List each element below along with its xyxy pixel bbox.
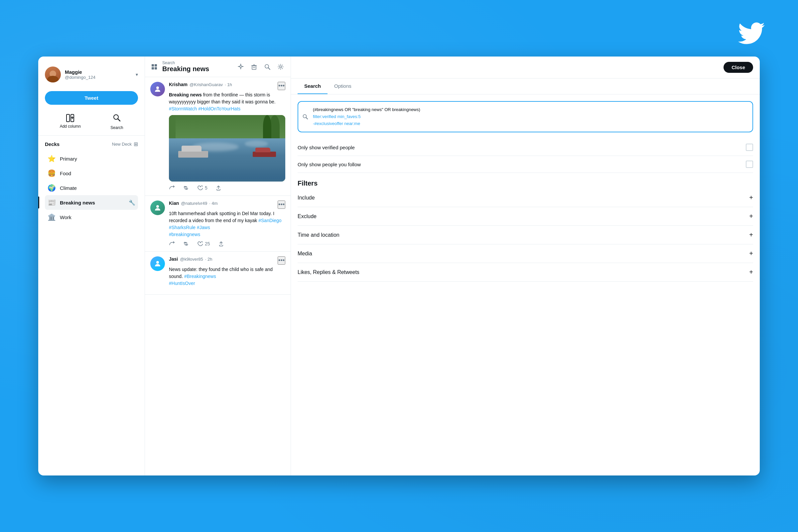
like-button[interactable]: 25 — [197, 241, 210, 247]
tweet-content: Jasi @k9lover85 · 2h ••• News update: th… — [169, 256, 285, 290]
retweet-button[interactable] — [183, 241, 189, 247]
sparkle-button[interactable] — [236, 62, 245, 72]
decks-title: Decks — [45, 141, 59, 147]
tweet-actions: 25 — [169, 241, 285, 247]
tweet-header: Krisham @KrishanGuarav · 1h ••• — [169, 82, 285, 90]
column-title-group: Search Breaking news — [162, 60, 209, 73]
hashtag-jaws[interactable]: #Jaws — [197, 225, 210, 230]
decks-section: Decks New Deck ⊞ ⭐ Primary 🍔 Food — [38, 136, 145, 469]
user-handle: @domingo_124 — [65, 75, 132, 80]
hashtag-breakingnews2[interactable]: #breakingnews — [169, 232, 200, 237]
filters-title: Filters — [298, 179, 753, 187]
tweet-handle: @KrishanGuarav — [190, 82, 223, 87]
column-header: Search Breaking news — [145, 57, 291, 77]
filter-time-location-plus: + — [749, 231, 753, 239]
user-profile[interactable]: Maggie @domingo_124 ▾ — [38, 63, 145, 86]
search-box-wrapper: (#breakingnews OR "breaking news" OR bre… — [298, 101, 753, 132]
toggle-follow-label: Only show people you follow — [298, 162, 361, 167]
tab-options[interactable]: Options — [327, 78, 358, 94]
svg-line-5 — [118, 119, 120, 121]
deck-work-wrapper: 🏛️ Work — [45, 210, 138, 225]
search-query-blue1: filter:verified min_faves:5 — [313, 114, 361, 119]
tweet-time: · 2h — [205, 257, 212, 262]
tweet-text: Breaking news from the frontline — this … — [169, 92, 285, 112]
tweet-text: 10ft hammerhead shark spotting in Del Ma… — [169, 210, 285, 238]
filter-likes-replies-plus: + — [749, 268, 753, 276]
active-indicator — [38, 196, 39, 208]
sidebar-item-food[interactable]: 🍔 Food — [45, 166, 138, 180]
deck-climate-label: Climate — [60, 185, 77, 191]
hashtag-breakingnews3[interactable]: #Breakingnews — [184, 274, 216, 279]
share-button[interactable] — [218, 241, 224, 247]
svg-rect-6 — [252, 66, 256, 70]
toggle-follow-checkbox[interactable] — [746, 160, 753, 168]
twitter-logo — [738, 20, 765, 46]
settings-button[interactable] — [276, 62, 285, 72]
deck-primary-wrapper: ⭐ Primary — [45, 151, 138, 166]
breaking-news-icon: 📰 — [48, 198, 56, 207]
deck-grid-icon: ⊞ — [134, 141, 138, 147]
search-action[interactable]: Search — [110, 113, 123, 130]
tab-search[interactable]: Search — [298, 78, 327, 94]
search-query-input[interactable]: (#breakingnews OR "breaking news" OR bre… — [298, 101, 753, 132]
share-button[interactable] — [215, 185, 222, 191]
sidebar-item-climate[interactable]: 🌍 Climate — [45, 180, 138, 195]
filter-time-location-label: Time and location — [298, 232, 340, 238]
add-column-action[interactable]: Add column — [60, 113, 81, 130]
share-icon — [218, 241, 224, 247]
sidebar-item-primary[interactable]: ⭐ Primary — [45, 151, 138, 166]
retweet-button[interactable] — [183, 185, 189, 191]
filter-time-location-row[interactable]: Time and location + — [298, 226, 753, 244]
like-count: 25 — [205, 241, 210, 246]
reply-button[interactable] — [169, 185, 175, 191]
sidebar-item-breaking-news[interactable]: 📰 Breaking news 🔧 — [45, 195, 138, 210]
reply-icon — [169, 185, 175, 191]
add-column-icon — [65, 113, 75, 123]
tweet-button[interactable]: Tweet — [45, 91, 138, 105]
retweet-icon — [183, 185, 189, 191]
tweet-more-button[interactable]: ••• — [278, 201, 285, 209]
like-button[interactable]: 5 — [197, 185, 208, 191]
hashtag-sharksrule[interactable]: #SharksRule — [169, 225, 195, 230]
tweet-text: News update: they found the child who is… — [169, 266, 285, 287]
filter-media-row[interactable]: Media + — [298, 244, 753, 263]
reply-icon — [169, 241, 175, 247]
like-icon — [197, 241, 203, 247]
right-panel-header: Close — [291, 57, 760, 78]
sidebar-item-work[interactable]: 🏛️ Work — [45, 210, 138, 225]
tweet-content: Kian @natureIvr49 · 4m ••• 10ft hammerhe… — [169, 201, 285, 247]
settings-icon — [277, 63, 284, 70]
search-query-black: (#breakingnews OR "breaking news" OR bre… — [313, 107, 420, 112]
filter-exclude-row[interactable]: Exclude + — [298, 207, 753, 226]
tweet-header: Jasi @k9lover85 · 2h ••• — [169, 256, 285, 265]
new-deck-button[interactable]: New Deck ⊞ — [112, 141, 138, 147]
food-icon: 🍔 — [48, 169, 56, 177]
tweet-time: · 1h — [225, 82, 232, 87]
filter-include-row[interactable]: Include + — [298, 189, 753, 207]
search-query-blue2: -#exclusiveoffer near:me — [313, 121, 360, 126]
tweet-avatar — [150, 201, 165, 215]
tweet-actions: 5 — [169, 185, 285, 191]
search-box-icon — [302, 114, 308, 120]
toggle-verified-row: Only show verified people — [298, 139, 753, 156]
hashtag-huntisover[interactable]: #HuntIsOver — [169, 281, 195, 286]
main-column: Search Breaking news — [145, 57, 291, 475]
filter-likes-replies-row[interactable]: Likes, Replies & Retweets + — [298, 263, 753, 282]
tweet-more-button[interactable]: ••• — [278, 256, 285, 265]
toggle-verified-checkbox[interactable] — [746, 144, 753, 151]
wrench-icon[interactable]: 🔧 — [129, 200, 135, 206]
grid-menu-button[interactable] — [150, 63, 158, 71]
svg-point-16 — [156, 261, 159, 264]
search-column-button[interactable] — [263, 62, 272, 72]
filter-include-label: Include — [298, 195, 315, 201]
hashtag-stormwatch[interactable]: #StormWatch — [169, 106, 197, 111]
reply-button[interactable] — [169, 241, 175, 247]
deck-work-label: Work — [60, 214, 72, 220]
close-button[interactable]: Close — [723, 62, 753, 73]
tweet-more-button[interactable]: ••• — [278, 82, 285, 90]
hashtag-sandiego[interactable]: #SanDiego — [258, 218, 281, 223]
flood-scene-image — [169, 115, 285, 182]
decks-header: Decks New Deck ⊞ — [45, 141, 138, 147]
hashtag-holdonyourhats[interactable]: #HoldOnToYourHats — [198, 106, 241, 111]
delete-button[interactable] — [249, 62, 259, 72]
